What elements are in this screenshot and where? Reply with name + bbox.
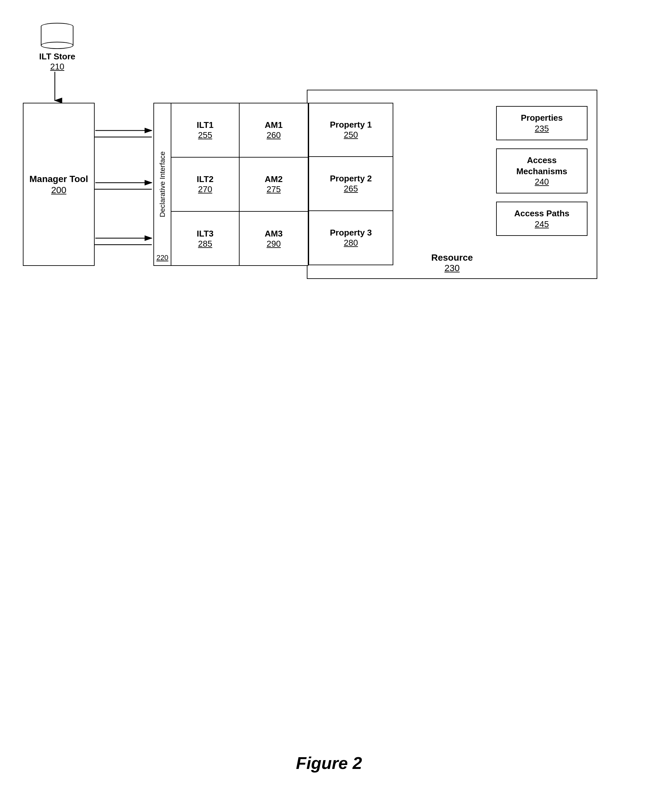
right-box-label-2: AccessMechanisms: [516, 155, 567, 177]
ilt-row-2: ILT2 270 AM2 275: [171, 158, 308, 212]
ilt-row-1: ILT1 255 AM1 260: [171, 103, 308, 158]
figure-label: Figure 2: [296, 753, 362, 773]
am-cell-3: AM3 290: [240, 212, 308, 266]
ilt-cell-2: ILT2 270: [171, 158, 240, 211]
property-box-3: Property 3 280: [309, 211, 393, 265]
property-label-2: Property 2: [330, 174, 372, 184]
right-box-num-3: 245: [534, 219, 549, 229]
property-boxes-container: Property 1 250 Property 2 265 Property 3…: [309, 103, 393, 266]
ilt-store: ILT Store 210: [39, 23, 75, 72]
ilt-cell-1: ILT1 255: [171, 103, 240, 157]
ilt-store-label: ILT Store: [39, 52, 75, 62]
diagram-container: ILT Store 210 Manager Tool 200 Declarati…: [13, 20, 650, 313]
declarative-interface-number: 220: [156, 253, 168, 262]
right-box-3: Access Paths 245: [496, 202, 588, 236]
property-num-3: 280: [344, 238, 358, 248]
ilt-num-2: 270: [198, 184, 212, 194]
cylinder-icon: [41, 23, 74, 49]
property-num-1: 250: [344, 130, 358, 140]
am-label-3: AM3: [265, 229, 283, 239]
right-box-2: AccessMechanisms 240: [496, 149, 588, 194]
ilt-am-rows-container: ILT1 255 AM1 260 ILT2 270 AM2 275 ILT3 2…: [171, 103, 309, 266]
property-label-3: Property 3: [330, 228, 372, 238]
am-cell-2: AM2 275: [240, 158, 308, 211]
resource-label: Resource: [431, 252, 473, 263]
right-box-label-1: Properties: [521, 113, 563, 124]
right-box-num-2: 240: [534, 177, 549, 187]
right-box-1: Properties 235: [496, 106, 588, 140]
am-cell-1: AM1 260: [240, 103, 308, 157]
manager-tool-number: 200: [51, 185, 67, 196]
am-label-2: AM2: [265, 174, 283, 184]
property-num-2: 265: [344, 184, 358, 194]
property-box-2: Property 2 265: [309, 157, 393, 211]
resource-number: 230: [431, 263, 473, 274]
am-label-1: AM1: [265, 120, 283, 130]
declarative-interface-box: Declarative Interface 220: [154, 103, 171, 266]
right-box-num-1: 235: [534, 124, 549, 134]
manager-tool-label: Manager Tool: [30, 173, 88, 185]
manager-tool-box: Manager Tool 200: [23, 103, 95, 266]
ilt-label-3: ILT3: [197, 229, 214, 239]
ilt-label-2: ILT2: [197, 174, 214, 184]
am-num-1: 260: [267, 130, 281, 140]
right-box-label-3: Access Paths: [514, 208, 569, 219]
ilt-cell-3: ILT3 285: [171, 212, 240, 266]
ilt-num-1: 255: [198, 130, 212, 140]
right-boxes-container: Properties 235 AccessMechanisms 240 Acce…: [496, 106, 588, 244]
property-label-1: Property 1: [330, 120, 372, 130]
resource-label-area: Resource 230: [431, 252, 473, 274]
ilt-num-3: 285: [198, 239, 212, 249]
am-num-2: 275: [267, 184, 281, 194]
ilt-row-3: ILT3 285 AM3 290: [171, 212, 308, 266]
ilt-store-number: 210: [39, 62, 75, 72]
ilt-label-1: ILT1: [197, 120, 214, 130]
am-num-3: 290: [267, 239, 281, 249]
property-box-1: Property 1 250: [309, 103, 393, 157]
declarative-interface-label: Declarative Interface: [158, 151, 167, 217]
